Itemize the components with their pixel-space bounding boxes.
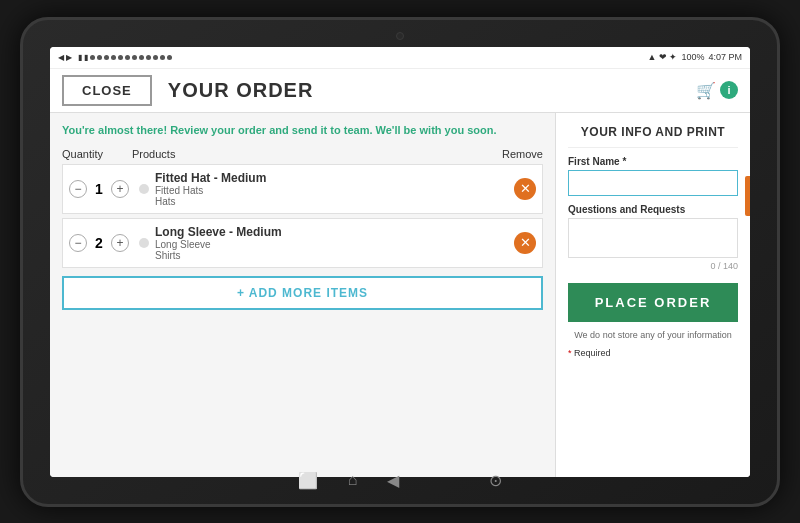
time-display: 4:07 PM [708,52,742,62]
tablet-screen: ◀ ▶ ▮ ▮ ▲ ❤ ✦ 100% 4:07 PM CLOSE YOUR OR… [50,47,750,477]
cart-icon[interactable]: 🛒 [696,81,716,100]
qty-decrement-2[interactable]: − [69,234,87,252]
place-order-button[interactable]: PLACE ORDER [568,283,738,322]
qty-increment-1[interactable]: + [111,180,129,198]
questions-group: Questions and Requests 0 / 140 [568,204,738,271]
nav-back-icon[interactable]: ⬜ [298,471,318,490]
item-sub2-2: Shirts [155,250,514,261]
cart-icons: 🛒 i [696,81,738,100]
item-sub1-1: Fitted Hats [155,185,514,196]
review-message: You're almost there! Review your order a… [62,123,543,138]
right-panel: YOUR INFO AND PRINT First Name * Questio… [555,113,750,477]
col-header-products: Products [132,148,493,160]
no-store-info: We do not store any of your information [568,330,738,340]
nav-home-icon[interactable]: ⌂ [348,471,358,489]
main-content: You're almost there! Review your order a… [50,113,750,477]
signal-icon: ▮ ▮ [78,53,88,62]
item-dot-1 [139,184,149,194]
status-dots [90,55,172,60]
status-right: ▲ ❤ ✦ 100% 4:07 PM [648,52,742,62]
questions-label: Questions and Requests [568,204,738,215]
char-count: 0 / 140 [568,261,738,271]
nav-chrome-icon[interactable]: ⊙ [489,471,502,490]
page-title: YOUR ORDER [168,79,314,102]
required-text: Required [574,348,611,358]
qty-value-1: 1 [91,181,107,197]
order-item-2: − 2 + Long Sleeve - Medium Long Sleeve S… [62,218,543,268]
table-header: Quantity Products Remove [62,148,543,164]
battery-icon: 100% [681,52,704,62]
top-bar: CLOSE YOUR ORDER 🛒 i [50,69,750,113]
left-panel: You're almost there! Review your order a… [50,113,555,477]
required-star: * [568,348,572,358]
required-note: * Required [568,348,738,358]
qty-controls-1: − 1 + [69,180,139,198]
add-more-items-button[interactable]: + ADD MORE ITEMS [62,276,543,310]
qty-increment-2[interactable]: + [111,234,129,252]
right-panel-title: YOUR INFO AND PRINT [568,125,738,148]
qty-value-2: 2 [91,235,107,251]
first-name-label: First Name * [568,156,738,167]
item-dot-2 [139,238,149,248]
qty-controls-2: − 2 + [69,234,139,252]
close-button[interactable]: CLOSE [62,75,152,106]
col-header-quantity: Quantity [62,148,132,160]
order-item-1: − 1 + Fitted Hat - Medium Fitted Hats Ha… [62,164,543,214]
camera-dot [396,32,404,40]
first-name-input[interactable] [568,170,738,196]
item-name-2: Long Sleeve - Medium [155,225,514,239]
orange-accent-stripe [745,176,750,216]
item-sub2-1: Hats [155,196,514,207]
remove-item-2[interactable]: ✕ [514,232,536,254]
status-bar: ◀ ▶ ▮ ▮ ▲ ❤ ✦ 100% 4:07 PM [50,47,750,69]
item-name-1: Fitted Hat - Medium [155,171,514,185]
nav-recent-icon[interactable]: ◀ [387,471,399,490]
remove-item-1[interactable]: ✕ [514,178,536,200]
tablet-nav-bar: ⬜ ⌂ ◀ ⊙ [298,471,503,490]
media-controls-icon: ◀ ▶ [58,53,72,62]
tablet-device: ◀ ▶ ▮ ▮ ▲ ❤ ✦ 100% 4:07 PM CLOSE YOUR OR… [20,17,780,507]
qty-decrement-1[interactable]: − [69,180,87,198]
wifi-icon: ▲ ❤ ✦ [648,52,678,62]
status-left-icons: ◀ ▶ ▮ ▮ [58,53,172,62]
item-details-1: Fitted Hat - Medium Fitted Hats Hats [155,171,514,207]
questions-input[interactable] [568,218,738,258]
info-icon[interactable]: i [720,81,738,99]
col-header-remove: Remove [493,148,543,160]
first-name-group: First Name * [568,156,738,196]
item-details-2: Long Sleeve - Medium Long Sleeve Shirts [155,225,514,261]
item-sub1-2: Long Sleeve [155,239,514,250]
